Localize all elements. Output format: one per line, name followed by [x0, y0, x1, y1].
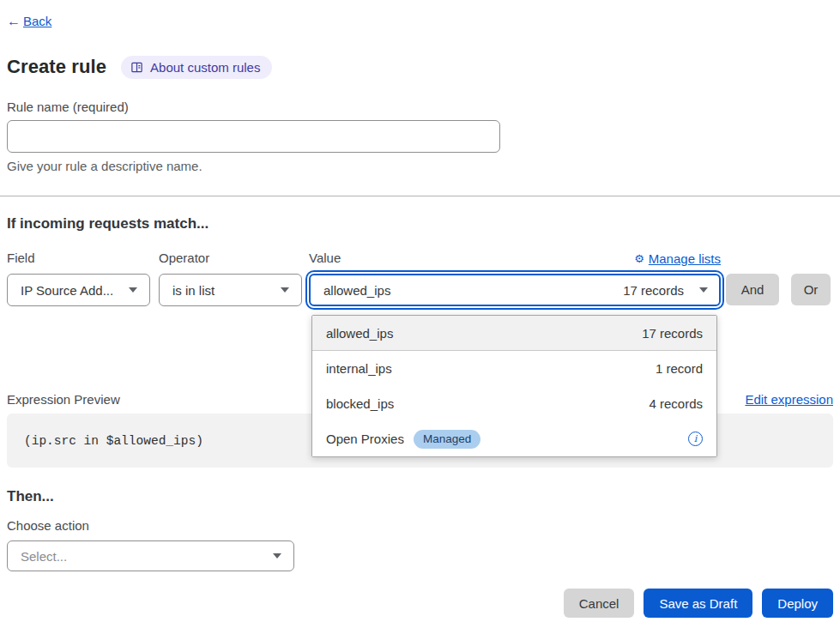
or-button[interactable]: Or: [791, 274, 831, 305]
book-icon: [130, 61, 143, 74]
list-option-blocked-ips[interactable]: blocked_ips 4 records: [312, 386, 716, 421]
rule-name-helper-text: Give your rule a descriptive name.: [7, 159, 833, 174]
field-select-value: IP Source Add...: [21, 283, 113, 298]
title-row: Create rule About custom rules: [7, 55, 833, 79]
about-custom-rules-link[interactable]: About custom rules: [121, 56, 272, 79]
section-divider: [0, 196, 840, 196]
info-icon[interactable]: i: [688, 432, 703, 446]
list-option-count: 1 record: [656, 361, 703, 376]
value-select-wrapper: allowed_ips 17 records allowed_ips 17 re…: [309, 274, 721, 306]
page-title: Create rule: [7, 56, 106, 78]
list-option-open-proxies[interactable]: Open Proxies Managed i: [312, 421, 716, 456]
action-select-placeholder: Select...: [21, 549, 67, 564]
expression-preview-label: Expression Preview: [7, 392, 120, 407]
list-option-name: internal_ips: [326, 361, 392, 376]
save-as-draft-button[interactable]: Save as Draft: [644, 589, 752, 618]
value-select-record-count: 17 records: [623, 283, 684, 298]
and-button[interactable]: And: [726, 274, 779, 305]
rule-name-section: Rule name (required) Give your rule a de…: [7, 100, 833, 174]
rule-name-input[interactable]: [7, 120, 500, 153]
list-option-internal-ips[interactable]: internal_ips 1 record: [312, 351, 716, 386]
field-label: Field: [7, 251, 150, 266]
cancel-button[interactable]: Cancel: [564, 589, 635, 618]
operator-select-value: is in list: [172, 283, 215, 298]
back-link[interactable]: ← Back: [7, 14, 51, 29]
match-heading: If incoming requests match...: [7, 214, 833, 232]
then-heading: Then...: [7, 487, 833, 505]
operator-label: Operator: [159, 251, 302, 266]
about-custom-rules-label: About custom rules: [150, 60, 260, 75]
list-option-count: 17 records: [642, 326, 703, 341]
condition-controls-row: IP Source Add... is in list allowed_ips …: [7, 274, 833, 306]
list-dropdown-menu: allowed_ips 17 records internal_ips 1 re…: [311, 315, 717, 457]
create-rule-page: ← Back Create rule About custom rules Ru…: [0, 0, 840, 634]
expression-code: (ip.src in $allowed_ips): [24, 434, 203, 448]
choose-action-label: Choose action: [7, 518, 833, 534]
footer-actions: Cancel Save as Draft Deploy: [7, 589, 833, 634]
list-option-name: Open Proxies: [326, 432, 404, 446]
rule-name-label: Rule name (required): [7, 100, 833, 115]
chevron-down-icon: [699, 287, 708, 293]
list-option-allowed-ips[interactable]: allowed_ips 17 records: [312, 316, 716, 351]
chevron-down-icon: [281, 287, 289, 293]
manage-lists-label: Manage lists: [649, 251, 721, 266]
manage-lists-link[interactable]: ⚙ Manage lists: [634, 251, 721, 266]
field-select[interactable]: IP Source Add...: [7, 274, 150, 306]
list-option-name: blocked_ips: [326, 396, 394, 411]
condition-labels-row: Field Operator Value ⚙ Manage lists: [7, 251, 833, 266]
back-arrow-icon: ←: [7, 14, 21, 29]
gear-icon: ⚙: [634, 253, 644, 264]
chevron-down-icon: [129, 287, 137, 293]
deploy-button[interactable]: Deploy: [762, 589, 833, 618]
operator-select[interactable]: is in list: [159, 274, 302, 306]
list-option-name: allowed_ips: [326, 326, 393, 341]
action-select[interactable]: Select...: [7, 540, 294, 571]
edit-expression-link[interactable]: Edit expression: [745, 392, 833, 407]
value-select[interactable]: allowed_ips 17 records: [309, 274, 721, 306]
managed-badge: Managed: [414, 430, 480, 449]
back-link-label: Back: [23, 14, 51, 29]
value-label: Value: [309, 251, 341, 266]
chevron-down-icon: [273, 553, 281, 559]
value-select-value: allowed_ips: [323, 283, 390, 298]
list-option-count: 4 records: [649, 396, 703, 411]
